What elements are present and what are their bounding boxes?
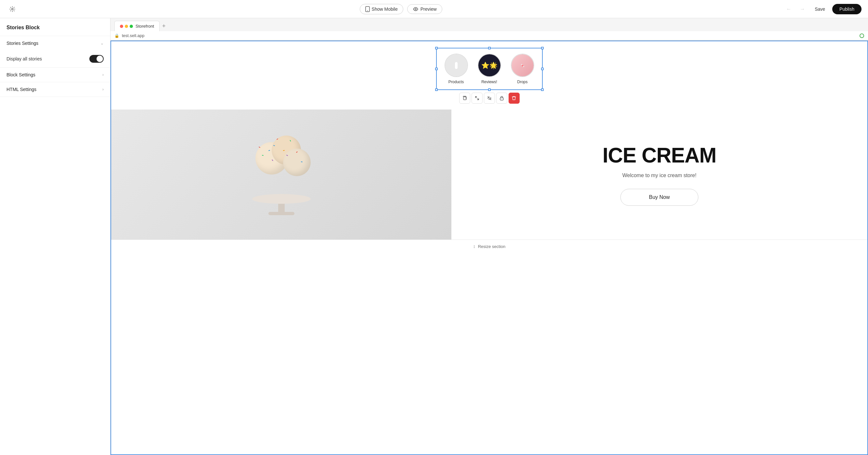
hero-image [111,110,452,240]
delete-button[interactable] [508,93,520,104]
sidebar: Stories Block Stories Settings ⌄ Display… [0,18,111,455]
gear-icon [9,6,15,12]
stories-block-wrapper: Products ⭐🌟 Reviews! [111,41,867,90]
preview-label: Preview [421,6,437,12]
topbar: Show Mobile Preview ← → Save Publish [0,0,868,18]
save-button[interactable]: Save [811,5,829,13]
back-button[interactable]: ← [783,4,794,14]
lock-icon [499,96,504,100]
resize-handle-ml[interactable] [435,68,438,70]
stories-settings-section: Stories Settings ⌄ Display all stories [0,36,110,68]
ice-cream-art [249,129,314,220]
lock-button[interactable] [496,93,507,104]
story-item-reviews[interactable]: ⭐🌟 Reviews! [478,54,501,84]
plate [252,194,311,204]
story-item-products[interactable]: Products [444,54,468,84]
eye-icon [413,7,418,11]
status-indicator [860,33,864,38]
resize-handle-mr[interactable] [541,68,544,70]
hero-section: ICE CREAM Welcome to my ice cream store!… [111,110,867,240]
maximize-tab-dot [130,25,133,28]
toggle-label: Display all stories [6,56,42,61]
browser-chrome: Storefront + 🔒 test.sell.app [111,18,868,41]
sidebar-title: Stories Block [0,18,110,36]
hero-title: ICE CREAM [602,143,716,168]
resize-handle-br[interactable] [541,88,544,91]
story-item-drops[interactable]: 🍬 Drops [511,54,534,84]
drops-inner: 🍬 [512,54,534,77]
duplicate-button[interactable] [459,93,470,104]
block-settings-label: Block Settings [6,72,35,78]
plate-base [269,212,294,215]
resize-handle-bl[interactable] [435,88,438,91]
display-all-stories-row: Display all stories [0,50,110,67]
resize-section-label: Resize section [478,244,506,249]
resize-section-bar[interactable]: ↕ Resize section [111,240,867,253]
preview-button[interactable]: Preview [407,4,442,14]
publish-button[interactable]: Publish [832,4,862,14]
display-all-stories-toggle[interactable] [89,55,104,63]
block-settings-row[interactable]: Block Settings › [0,68,110,82]
new-tab-button[interactable]: + [160,23,168,29]
chevron-down-icon: ⌄ [100,41,104,46]
addressbar-left: 🔒 test.sell.app [114,33,144,38]
block-settings-section: Block Settings › [0,68,110,82]
stories-settings-row[interactable]: Stories Settings ⌄ [0,36,110,50]
expand-icon [475,96,479,100]
resize-handle-tl[interactable] [435,47,438,50]
resize-handle-bm[interactable] [488,88,491,91]
browser-addressbar: 🔒 test.sell.app [111,31,868,40]
chevron-right-icon: › [102,72,104,77]
svg-point-3 [415,8,416,10]
products-inner [445,54,467,77]
story-label-drops: Drops [517,80,527,84]
resize-icon: ↕ [473,244,475,249]
buy-now-button[interactable]: Buy Now [620,189,699,206]
html-settings-row[interactable]: HTML Settings › [0,82,110,96]
settings-gear-button[interactable] [6,3,18,15]
topbar-center: Show Mobile Preview [360,4,442,14]
expand-button[interactable] [471,93,483,104]
chevron-right-icon-2: › [102,87,104,92]
address-text: test.sell.app [122,33,144,38]
content-area: Storefront + 🔒 test.sell.app [111,18,868,455]
forward-button[interactable]: → [797,4,808,14]
hero-text-side: ICE CREAM Welcome to my ice cream store!… [452,110,867,240]
tab-label: Storefront [135,24,154,29]
browser-tab-storefront[interactable]: Storefront [114,21,160,31]
svg-point-0 [12,8,13,10]
hero-subtitle: Welcome to my ice cream store! [622,173,696,178]
show-mobile-label: Show Mobile [372,6,398,12]
tab-traffic-lights [120,25,133,28]
hide-button[interactable] [484,93,495,104]
preview-frame: Products ⭐🌟 Reviews! [111,41,868,455]
story-circle-drops: 🍬 [511,54,534,77]
duplicate-icon [462,96,467,100]
svg-rect-5 [500,98,503,100]
story-circle-products [444,54,468,77]
topbar-right: ← → Save Publish [783,4,862,14]
story-label-reviews: Reviews! [481,80,497,84]
resize-handle-tm[interactable] [488,47,491,50]
stories-settings-label: Stories Settings [6,41,38,46]
ice-cream-image [111,110,452,240]
minimize-tab-dot [125,25,128,28]
show-mobile-button[interactable]: Show Mobile [360,4,403,14]
scoop-3 [283,149,311,176]
reviews-inner: ⭐🌟 [478,54,500,77]
svg-point-2 [367,10,368,11]
topbar-left [6,3,18,15]
trash-icon [512,96,516,100]
main-layout: Stories Block Stories Settings ⌄ Display… [0,18,868,455]
story-label-products: Products [448,80,464,84]
browser-tabs: Storefront + [111,18,868,31]
resize-handle-tr[interactable] [541,47,544,50]
html-settings-label: HTML Settings [6,87,36,92]
stories-block-selected[interactable]: Products ⭐🌟 Reviews! [436,48,543,90]
close-tab-dot [120,25,123,28]
block-toolbar [459,93,520,104]
lock-icon: 🔒 [114,33,119,38]
html-settings-section: HTML Settings › [0,82,110,97]
mobile-icon [365,6,370,12]
story-circle-reviews: ⭐🌟 [478,54,501,77]
